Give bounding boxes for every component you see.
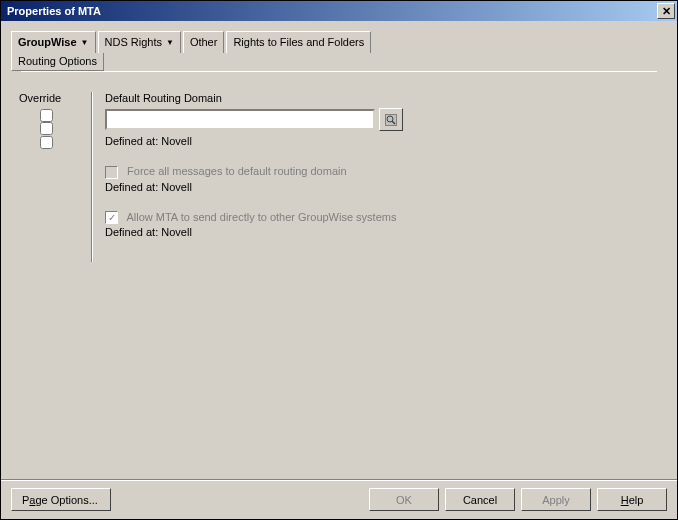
default-routing-domain-input[interactable] [105, 109, 375, 130]
defined-at-1: Defined at: Novell [105, 135, 659, 147]
close-icon[interactable]: ✕ [657, 3, 675, 19]
bottom-bar: Page Options... OK Cancel Apply Help [1, 479, 677, 519]
override-header: Override [19, 92, 79, 108]
window-title: Properties of MTA [3, 5, 101, 17]
default-routing-domain-label: Default Routing Domain [105, 92, 659, 104]
defined-at-2: Defined at: Novell [105, 181, 659, 193]
tab-bar: GroupWise ▼ NDS Rights ▼ Other Rights to… [1, 21, 677, 74]
force-all-checkbox [105, 166, 118, 179]
chevron-down-icon: ▼ [81, 38, 89, 47]
chevron-down-icon: ▼ [166, 38, 174, 47]
override-checkbox-3[interactable] [40, 136, 53, 149]
browse-button[interactable] [379, 108, 403, 131]
override-checkbox-2[interactable] [40, 122, 53, 135]
tab-label: GroupWise [18, 36, 77, 48]
tab-label: Routing Options [18, 55, 97, 67]
titlebar: Properties of MTA ✕ [1, 1, 677, 21]
subtab-routing-options[interactable]: Routing Options [11, 52, 104, 71]
cancel-button[interactable]: Cancel [445, 488, 515, 511]
tab-groupwise[interactable]: GroupWise ▼ [11, 31, 96, 53]
allow-mta-checkbox: ✓ [105, 211, 118, 224]
tab-rights-files-folders[interactable]: Rights to Files and Folders [226, 31, 371, 53]
force-all-label: Force all messages to default routing do… [127, 165, 347, 177]
tab-other[interactable]: Other [183, 31, 225, 53]
tab-label: NDS Rights [105, 36, 162, 48]
window: Properties of MTA ✕ GroupWise ▼ NDS Righ… [0, 0, 678, 520]
apply-button[interactable]: Apply [521, 488, 591, 511]
allow-mta-label: Allow MTA to send directly to other Grou… [126, 211, 396, 223]
browse-icon [384, 113, 398, 127]
page-options-button[interactable]: Page Options... [11, 488, 111, 511]
ok-button[interactable]: OK [369, 488, 439, 511]
divider [91, 92, 93, 262]
help-button[interactable]: Help [597, 488, 667, 511]
content-area: Override Default Routing Domain [1, 74, 677, 262]
tab-nds-rights[interactable]: NDS Rights ▼ [98, 31, 181, 53]
defined-at-3: Defined at: Novell [105, 226, 659, 238]
tab-label: Rights to Files and Folders [233, 36, 364, 48]
override-checkbox-1[interactable] [40, 109, 53, 122]
tab-label: Other [190, 36, 218, 48]
